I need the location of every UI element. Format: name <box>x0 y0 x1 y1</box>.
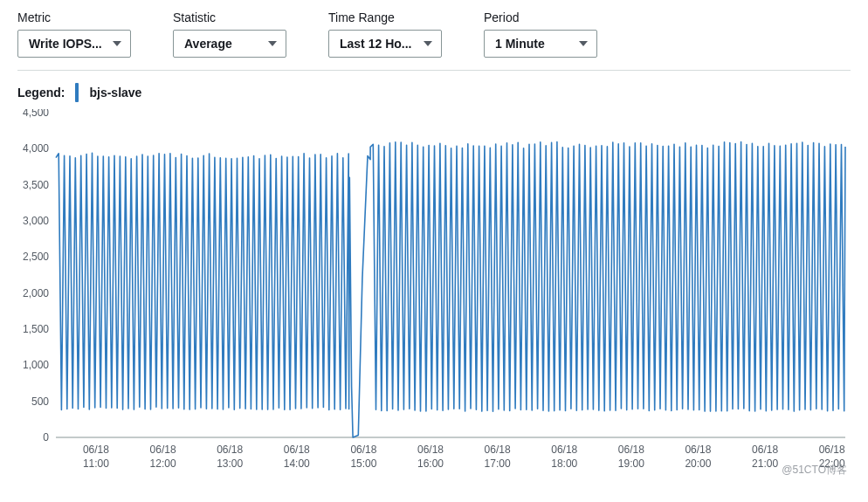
chevron-down-icon <box>268 41 277 46</box>
chart-area: 05001,0001,5002,0002,5003,0003,5004,0004… <box>17 109 851 476</box>
metric-select[interactable]: Write IOPS... <box>17 30 131 58</box>
legend-label: Legend: <box>17 86 65 100</box>
legend-series-name: bjs-slave <box>89 86 141 100</box>
svg-text:1,000: 1,000 <box>23 359 49 371</box>
svg-text:16:00: 16:00 <box>417 457 444 470</box>
chevron-down-icon <box>579 41 588 46</box>
timerange-label: Time Range <box>328 10 442 24</box>
svg-text:4,500: 4,500 <box>23 109 49 119</box>
metric-value: Write IOPS... <box>29 37 102 51</box>
svg-text:06/18: 06/18 <box>217 444 243 456</box>
legend-row: Legend: bjs-slave <box>17 71 851 109</box>
period-label: Period <box>484 10 597 24</box>
svg-text:15:00: 15:00 <box>350 457 376 470</box>
svg-text:3,500: 3,500 <box>23 179 49 191</box>
svg-text:20:00: 20:00 <box>685 457 711 470</box>
legend-color-chip <box>75 83 79 102</box>
svg-text:1,500: 1,500 <box>23 323 49 335</box>
period-control: Period 1 Minute <box>484 10 597 58</box>
svg-text:06/18: 06/18 <box>417 444 444 456</box>
metric-label: Metric <box>17 10 131 24</box>
period-select[interactable]: 1 Minute <box>484 30 597 58</box>
svg-text:06/18: 06/18 <box>350 444 376 456</box>
timerange-control: Time Range Last 12 Ho... <box>328 10 442 58</box>
chevron-down-icon <box>113 41 121 46</box>
svg-text:2,000: 2,000 <box>23 287 49 299</box>
svg-text:18:00: 18:00 <box>551 457 577 470</box>
svg-text:06/18: 06/18 <box>551 444 577 456</box>
svg-text:19:00: 19:00 <box>618 457 644 470</box>
svg-text:11:00: 11:00 <box>83 457 109 470</box>
timerange-select[interactable]: Last 12 Ho... <box>328 30 442 58</box>
svg-text:13:00: 13:00 <box>217 457 243 470</box>
statistic-label: Statistic <box>173 10 286 24</box>
svg-text:12:00: 12:00 <box>150 457 176 470</box>
svg-text:14:00: 14:00 <box>284 457 310 470</box>
metric-control: Metric Write IOPS... <box>17 10 131 58</box>
controls-row: Metric Write IOPS... Statistic Average T… <box>17 10 851 71</box>
svg-text:2,500: 2,500 <box>23 251 49 263</box>
svg-text:3,000: 3,000 <box>23 215 49 227</box>
svg-text:06/18: 06/18 <box>819 444 845 456</box>
svg-text:06/18: 06/18 <box>685 444 711 456</box>
statistic-select[interactable]: Average <box>173 30 286 58</box>
svg-text:22:00: 22:00 <box>819 457 845 470</box>
svg-text:17:00: 17:00 <box>485 457 511 470</box>
svg-text:06/18: 06/18 <box>83 444 109 456</box>
line-chart: 05001,0001,5002,0002,5003,0003,5004,0004… <box>17 109 851 476</box>
timerange-value: Last 12 Ho... <box>340 37 411 51</box>
svg-text:06/18: 06/18 <box>150 444 176 456</box>
svg-text:0: 0 <box>43 431 49 444</box>
chevron-down-icon <box>424 41 432 46</box>
svg-text:06/18: 06/18 <box>485 444 511 456</box>
statistic-control: Statistic Average <box>173 10 286 58</box>
svg-text:06/18: 06/18 <box>752 444 778 456</box>
svg-text:21:00: 21:00 <box>752 457 778 470</box>
svg-text:06/18: 06/18 <box>284 444 310 456</box>
statistic-value: Average <box>184 37 232 51</box>
svg-text:4,000: 4,000 <box>23 142 49 155</box>
svg-text:06/18: 06/18 <box>618 444 644 456</box>
svg-text:500: 500 <box>31 395 49 408</box>
period-value: 1 Minute <box>495 37 545 51</box>
